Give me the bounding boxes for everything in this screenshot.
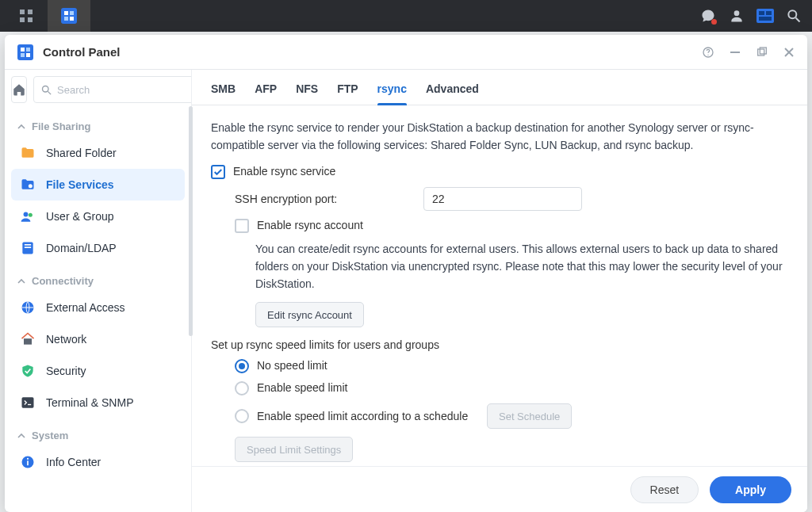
minimize-button[interactable]	[728, 45, 742, 59]
sidebar-item-label: File Services	[46, 178, 114, 191]
person-icon	[729, 8, 745, 24]
enable-rsync-label: Enable rsync service	[233, 165, 335, 178]
close-icon	[783, 47, 795, 58]
radio-no-limit-row[interactable]: No speed limit	[211, 359, 788, 373]
search-wrap[interactable]	[33, 76, 192, 103]
sidebar-item-security[interactable]: Security	[11, 355, 185, 387]
taskbar-apps-grid[interactable]	[5, 0, 48, 32]
svg-rect-12	[766, 11, 772, 15]
taskbar-right	[695, 0, 807, 32]
help-button[interactable]	[701, 45, 715, 59]
group-connectivity-header[interactable]: Connectivity	[11, 264, 185, 292]
sidebar-scrollbar[interactable]	[189, 106, 193, 336]
maximize-icon	[756, 46, 768, 59]
reset-button[interactable]: Reset	[630, 476, 699, 503]
radio-enable-limit-row[interactable]: Enable speed limit	[211, 381, 788, 395]
search-input[interactable]	[57, 84, 190, 96]
maximize-button[interactable]	[755, 45, 769, 59]
sidebar-item-label: Security	[46, 365, 86, 377]
search-icon	[786, 8, 802, 24]
taskbar-user[interactable]	[723, 0, 750, 32]
sidebar-item-label: Terminal & SNMP	[46, 396, 133, 409]
set-schedule-button: Set Schedule	[487, 403, 572, 429]
enable-account-row[interactable]: Enable rsync account	[211, 219, 788, 233]
enable-rsync-checkbox[interactable]	[211, 165, 225, 179]
group-system-header[interactable]: System	[11, 418, 185, 446]
radio-enable-limit[interactable]	[235, 381, 249, 395]
edit-rsync-account-button[interactable]: Edit rsync Account	[255, 302, 364, 327]
help-icon	[702, 46, 714, 59]
svg-point-42	[27, 458, 29, 460]
taskbar-notifications[interactable]	[695, 0, 722, 32]
sidebar-item-network[interactable]: Network	[11, 323, 185, 355]
radio-schedule-limit[interactable]	[235, 409, 249, 423]
svg-rect-2	[20, 17, 25, 22]
svg-rect-17	[21, 48, 25, 52]
tab-ftp[interactable]: FTP	[337, 82, 358, 105]
svg-line-15	[796, 18, 800, 22]
svg-rect-13	[759, 17, 772, 21]
enable-account-checkbox[interactable]	[235, 219, 249, 233]
sidebar-item-terminal-snmp[interactable]: Terminal & SNMP	[11, 387, 185, 418]
chevron-up-icon	[17, 277, 25, 285]
svg-rect-18	[26, 48, 30, 52]
svg-rect-25	[760, 48, 766, 54]
sidebar-item-info-center[interactable]: Info Center	[11, 446, 185, 478]
search-icon	[40, 84, 52, 96]
close-button[interactable]	[782, 45, 796, 59]
tab-rsync[interactable]: rsync	[377, 82, 407, 105]
svg-rect-41	[27, 460, 29, 465]
tab-content-rsync: Enable the rsync service to render your …	[192, 105, 807, 466]
group-file-sharing-header[interactable]: File Sharing	[11, 109, 185, 137]
svg-rect-8	[70, 17, 74, 21]
info-icon	[19, 453, 36, 471]
tab-nfs[interactable]: NFS	[296, 82, 318, 105]
notification-dot-icon	[711, 19, 717, 25]
apply-button[interactable]: Apply	[710, 476, 791, 503]
sidebar-item-file-services[interactable]: File Services	[11, 169, 185, 201]
svg-rect-35	[25, 246, 31, 248]
chevron-up-icon	[17, 123, 25, 131]
sidebar-item-label: User & Group	[46, 210, 114, 223]
svg-rect-16	[17, 44, 33, 60]
network-icon	[19, 331, 36, 348]
radio-enable-limit-label: Enable speed limit	[257, 381, 347, 394]
radio-schedule-row[interactable]: Enable speed limit according to a schedu…	[211, 403, 788, 429]
svg-rect-38	[22, 397, 34, 407]
taskbar-widgets[interactable]	[752, 0, 779, 32]
terminal-icon	[19, 394, 36, 411]
sidebar-item-domain-ldap[interactable]: Domain/LDAP	[11, 232, 185, 264]
tab-advanced[interactable]: Advanced	[426, 82, 479, 105]
sidebar-item-user-group[interactable]: User & Group	[11, 201, 185, 232]
minimize-icon	[730, 47, 741, 58]
account-help-text: You can create/edit rsync accounts for e…	[255, 241, 788, 292]
svg-point-28	[43, 86, 49, 92]
ssh-port-input[interactable]	[423, 187, 582, 211]
svg-point-30	[29, 184, 33, 188]
users-icon	[19, 208, 36, 225]
tab-smb[interactable]: SMB	[211, 82, 236, 105]
window-body: File Sharing Shared Folder File Services…	[5, 70, 807, 512]
tab-afp[interactable]: AFP	[255, 82, 277, 105]
sidebar-item-external-access[interactable]: External Access	[11, 292, 185, 323]
svg-point-31	[24, 212, 29, 217]
radio-no-limit-label: No speed limit	[257, 359, 327, 372]
sidebar-item-label: Network	[46, 333, 86, 346]
taskbar-control-panel[interactable]	[48, 0, 90, 32]
svg-rect-1	[28, 10, 33, 14]
radio-no-limit[interactable]	[235, 359, 249, 373]
folder-gear-icon	[19, 176, 36, 193]
control-panel-window-icon	[16, 43, 35, 62]
svg-rect-4	[61, 8, 77, 24]
taskbar-search[interactable]	[780, 0, 807, 32]
sidebar-item-shared-folder[interactable]: Shared Folder	[11, 137, 185, 169]
apps-grid-icon	[18, 8, 34, 24]
svg-point-9	[734, 10, 740, 16]
svg-rect-7	[64, 17, 68, 21]
home-button[interactable]	[11, 76, 27, 103]
svg-rect-23	[730, 52, 740, 53]
footer-actions: Reset Apply	[192, 466, 807, 512]
svg-rect-5	[64, 11, 68, 15]
enable-rsync-row[interactable]: Enable rsync service	[211, 165, 788, 179]
speed-limit-section-title: Set up rsync speed limits for users and …	[211, 338, 788, 351]
